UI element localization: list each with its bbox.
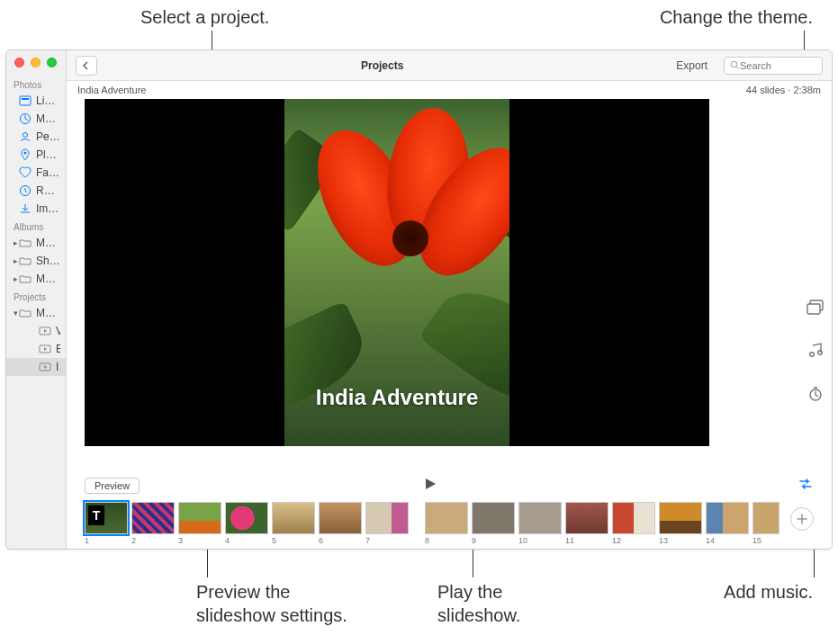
thumbnail[interactable]: 8 — [425, 502, 468, 545]
sidebar-item-my-albums[interactable]: ▸ My Albums — [6, 270, 66, 288]
sidebar-item-project-0[interactable]: Visit to Lisbon — [6, 322, 66, 340]
thumbnail[interactable]: 2 — [131, 502, 175, 545]
people-icon — [19, 130, 32, 143]
thumb-number: 8 — [425, 536, 429, 545]
memories-icon — [19, 112, 32, 125]
timer-icon — [807, 386, 824, 402]
sidebar-item-shared-albums[interactable]: ▸ Shared Albums — [6, 252, 66, 270]
sidebar-item-label: Imports — [36, 202, 60, 215]
thumbnail[interactable]: 7 — [365, 502, 409, 545]
search-input[interactable] — [740, 60, 812, 71]
right-tool-rail — [803, 295, 828, 407]
thumbnail[interactable]: 1 — [85, 502, 128, 545]
callout-add-music: Add music. — [724, 580, 813, 604]
duration-button[interactable] — [803, 381, 828, 407]
chevron-right-icon: ▸ — [12, 238, 19, 247]
sidebar-item-library[interactable]: Library — [6, 92, 66, 110]
chevron-left-icon — [82, 61, 91, 70]
slideshow-icon — [39, 343, 51, 355]
thumb-number: 6 — [319, 536, 323, 545]
sidebar: Photos Library Memories People Places Fa… — [6, 50, 67, 549]
thumbnail[interactable]: 13 — [659, 502, 702, 545]
project-header: India Adventure 44 slides · 2:38m — [67, 81, 832, 97]
thumbnail[interactable]: 15 — [752, 502, 779, 545]
thumbnail[interactable]: 3 — [178, 502, 221, 545]
thumbnail[interactable]: 6 — [319, 502, 362, 545]
add-slide-button[interactable] — [790, 507, 814, 531]
minimize-window-button[interactable] — [31, 58, 41, 67]
toolbar-title: Projects — [97, 59, 667, 72]
music-button[interactable] — [803, 338, 828, 363]
search-box[interactable] — [724, 57, 823, 75]
theme-button[interactable] — [803, 295, 828, 320]
thumb-number: 15 — [752, 536, 761, 545]
music-icon — [807, 343, 824, 359]
svg-point-9 — [731, 61, 737, 67]
sidebar-item-label: Recents — [36, 184, 60, 197]
slideshow-stage: India Adventure — [85, 99, 709, 446]
sidebar-item-memories[interactable]: Memories — [6, 110, 66, 128]
thumbnail[interactable]: 14 — [706, 502, 749, 545]
sidebar-item-label: People — [36, 130, 60, 143]
thumbnail[interactable]: 10 — [518, 502, 562, 545]
transport-bar: Preview — [67, 475, 832, 498]
sidebar-item-places[interactable]: Places — [6, 146, 66, 164]
zoom-window-button[interactable] — [47, 58, 57, 67]
sidebar-item-media-types[interactable]: ▸ Media Types — [6, 234, 66, 252]
thumb-number: 14 — [706, 536, 715, 545]
svg-point-3 — [23, 133, 28, 138]
play-icon — [423, 477, 437, 491]
svg-point-12 — [810, 353, 815, 357]
svg-point-13 — [818, 351, 823, 355]
sidebar-item-label: Memories — [36, 112, 60, 125]
slide-title: India Adventure — [85, 385, 709, 410]
thumbnail[interactable]: 11 — [565, 502, 608, 545]
thumb-number: 5 — [272, 536, 276, 545]
library-icon — [19, 94, 32, 107]
sidebar-item-label: Shared Albums — [36, 255, 60, 267]
svg-rect-0 — [20, 96, 31, 105]
thumb-number: 9 — [472, 536, 476, 545]
callout-play: Play the slideshow. — [437, 580, 520, 627]
sidebar-item-favourites[interactable]: Favourites — [6, 164, 66, 182]
play-button[interactable] — [423, 477, 437, 495]
search-icon — [730, 60, 740, 70]
chevron-right-icon: ▸ — [12, 256, 19, 265]
sidebar-item-label: Favourites — [36, 166, 60, 179]
thumb-number: 12 — [612, 536, 621, 545]
sidebar-item-imports[interactable]: Imports — [6, 200, 66, 218]
sidebar-item-project-1[interactable]: Exploring Mor… — [6, 340, 66, 358]
callout-preview-settings: Preview the slideshow settings. — [196, 580, 347, 627]
back-button[interactable] — [76, 56, 97, 76]
thumb-number: 11 — [565, 536, 574, 545]
callout-change-theme: Change the theme. — [660, 5, 813, 29]
folder-icon — [19, 273, 32, 285]
callout-select-project: Select a project. — [140, 5, 269, 29]
thumbnail[interactable]: 12 — [612, 502, 655, 545]
sidebar-item-people[interactable]: People — [6, 128, 66, 146]
sidebar-item-my-projects[interactable]: ▾ My Projects — [6, 304, 66, 322]
close-window-button[interactable] — [14, 58, 24, 67]
thumb-number: 1 — [85, 536, 89, 545]
sidebar-item-recents[interactable]: Recents — [6, 182, 66, 200]
sidebar-item-label: My Projects — [36, 307, 60, 319]
preview-button[interactable]: Preview — [85, 478, 140, 494]
sidebar-item-label: Library — [36, 94, 60, 107]
slideshow-icon — [39, 361, 51, 373]
thumb-number: 2 — [131, 536, 136, 545]
clock-icon — [19, 184, 32, 197]
svg-rect-11 — [807, 304, 820, 314]
preview-area: India Adventure — [67, 97, 832, 475]
folder-icon — [19, 307, 32, 319]
export-button[interactable]: Export — [667, 57, 716, 75]
thumb-number: 13 — [659, 536, 668, 545]
section-albums: Albums — [6, 218, 66, 234]
toolbar: Projects Export — [67, 50, 832, 81]
loop-button[interactable] — [797, 478, 814, 494]
thumbnail[interactable]: 4 — [225, 502, 268, 545]
thumbnail[interactable]: 9 — [472, 502, 515, 545]
sidebar-item-project-2[interactable]: India Adventure — [6, 358, 66, 376]
chevron-right-icon: ▸ — [12, 274, 19, 283]
thumbnail[interactable]: 5 — [272, 502, 315, 545]
thumb-number: 7 — [365, 536, 370, 545]
